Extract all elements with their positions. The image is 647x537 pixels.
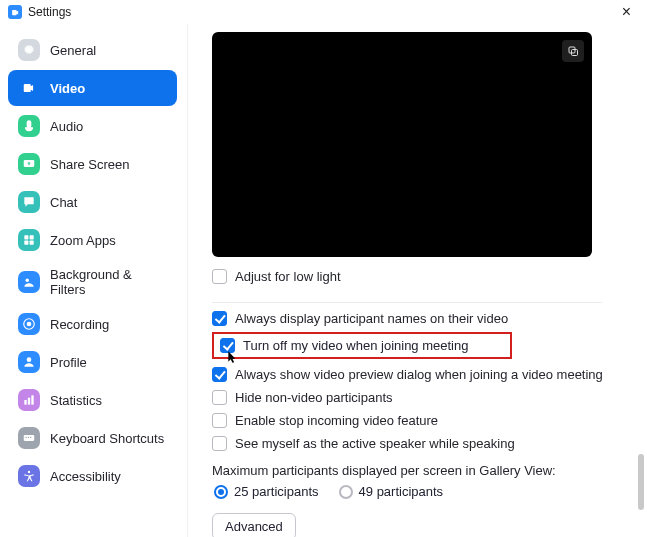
sidebar-item-label: Background & Filters	[50, 267, 167, 297]
setting-row: Enable stop incoming video feature	[212, 413, 623, 428]
gallery-option: 25 participants	[214, 484, 319, 499]
setting-row: Always show video preview dialog when jo…	[212, 367, 623, 382]
setting-row: See myself as the active speaker while s…	[212, 436, 623, 451]
sidebar-item-chat[interactable]: Chat	[8, 184, 177, 220]
svg-rect-10	[24, 400, 26, 405]
svg-rect-11	[28, 398, 30, 405]
svg-point-6	[26, 279, 30, 283]
svg-rect-4	[24, 241, 28, 245]
checkbox[interactable]	[212, 390, 227, 405]
sidebar-item-label: Zoom Apps	[50, 233, 116, 248]
highlight-turn-off-video: Turn off my video when joining meeting	[212, 332, 512, 359]
svg-point-8	[27, 322, 32, 327]
background-icon	[18, 271, 40, 293]
svg-rect-2	[24, 235, 28, 239]
radio-button[interactable]	[214, 485, 228, 499]
share-icon	[18, 153, 40, 175]
checkbox-label: Turn off my video when joining meeting	[243, 338, 468, 353]
divider	[212, 302, 602, 303]
apps-icon	[18, 229, 40, 251]
sidebar-item-keyboard-shortcuts[interactable]: Keyboard Shortcuts	[8, 420, 177, 456]
checkbox[interactable]	[212, 413, 227, 428]
content-pane: Adjust for low light Always display part…	[188, 24, 647, 537]
checkbox-label: See myself as the active speaker while s…	[235, 436, 515, 451]
svg-point-17	[28, 471, 30, 473]
sidebar-item-label: Accessibility	[50, 469, 121, 484]
audio-icon	[18, 115, 40, 137]
radio-label: 25 participants	[234, 484, 319, 499]
checkbox-label: Hide non-video participants	[235, 390, 393, 405]
sidebar-item-accessibility[interactable]: Accessibility	[8, 458, 177, 494]
svg-rect-3	[30, 235, 34, 239]
sidebar-item-zoom-apps[interactable]: Zoom Apps	[8, 222, 177, 258]
sidebar-item-label: Chat	[50, 195, 77, 210]
sidebar-item-label: Keyboard Shortcuts	[50, 431, 164, 446]
svg-rect-16	[30, 437, 31, 438]
setting-row: Hide non-video participants	[212, 390, 623, 405]
sidebar-item-recording[interactable]: Recording	[8, 306, 177, 342]
sidebar-item-profile[interactable]: Profile	[8, 344, 177, 380]
keyboard-icon	[18, 427, 40, 449]
gallery-option: 49 participants	[339, 484, 444, 499]
checkbox[interactable]	[212, 436, 227, 451]
setting-row: Always display participant names on thei…	[212, 311, 623, 326]
sidebar-item-label: Share Screen	[50, 157, 130, 172]
sidebar-item-general[interactable]: General	[8, 32, 177, 68]
window-title: Settings	[28, 5, 71, 19]
checkbox[interactable]	[212, 367, 227, 382]
sidebar-item-label: Audio	[50, 119, 83, 134]
svg-rect-5	[30, 241, 34, 245]
adjust-low-light-label: Adjust for low light	[235, 269, 341, 284]
sidebar-item-label: Video	[50, 81, 85, 96]
checkbox[interactable]	[220, 338, 235, 353]
statistics-icon	[18, 389, 40, 411]
svg-rect-15	[28, 437, 29, 438]
checkbox-label: Always display participant names on thei…	[235, 311, 508, 326]
sidebar: GeneralVideoAudioShare ScreenChatZoom Ap…	[0, 24, 188, 537]
sidebar-item-label: Statistics	[50, 393, 102, 408]
radio-button[interactable]	[339, 485, 353, 499]
sidebar-item-video[interactable]: Video	[8, 70, 177, 106]
sidebar-item-share-screen[interactable]: Share Screen	[8, 146, 177, 182]
titlebar: Settings ×	[0, 0, 647, 24]
recording-icon	[18, 313, 40, 335]
accessibility-icon	[18, 465, 40, 487]
advanced-button[interactable]: Advanced	[212, 513, 296, 537]
gallery-radio-group: 25 participants49 participants	[212, 484, 623, 499]
chat-icon	[18, 191, 40, 213]
profile-icon	[18, 351, 40, 373]
sidebar-item-background-filters[interactable]: Background & Filters	[8, 260, 177, 304]
sidebar-item-statistics[interactable]: Statistics	[8, 382, 177, 418]
gear-icon	[18, 39, 40, 61]
sidebar-item-label: Recording	[50, 317, 109, 332]
checkbox-label: Always show video preview dialog when jo…	[235, 367, 603, 382]
app-icon	[8, 5, 22, 19]
video-preview	[212, 32, 592, 257]
sidebar-item-label: Profile	[50, 355, 87, 370]
checkbox-label: Enable stop incoming video feature	[235, 413, 438, 428]
checkbox[interactable]	[212, 311, 227, 326]
adjust-low-light-checkbox[interactable]	[212, 269, 227, 284]
sidebar-item-label: General	[50, 43, 96, 58]
sidebar-item-audio[interactable]: Audio	[8, 108, 177, 144]
close-button[interactable]: ×	[614, 2, 639, 22]
video-icon	[18, 77, 40, 99]
svg-rect-14	[26, 437, 27, 438]
radio-label: 49 participants	[359, 484, 444, 499]
adjust-low-light-row: Adjust for low light	[212, 269, 623, 284]
svg-rect-12	[31, 395, 33, 404]
pip-button[interactable]	[562, 40, 584, 62]
svg-point-9	[27, 357, 32, 362]
scrollbar-thumb[interactable]	[638, 454, 644, 510]
gallery-view-label: Maximum participants displayed per scree…	[212, 463, 623, 478]
